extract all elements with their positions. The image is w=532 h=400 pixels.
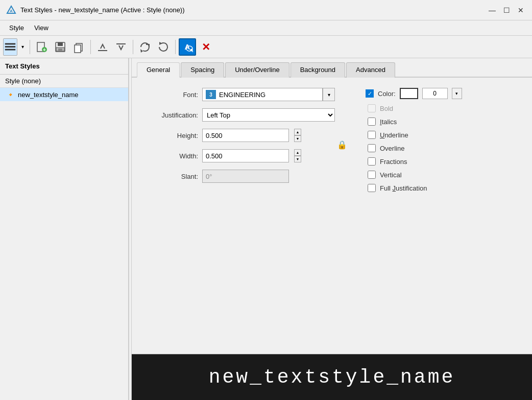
full-justification-checkbox[interactable] (368, 184, 376, 192)
text-style-button[interactable]: A (179, 38, 196, 56)
underline-checkbox[interactable] (368, 131, 376, 139)
slant-row: Slant: (147, 170, 335, 183)
tab-content-general: Font: 3 ENGINEERING ▾ Justification: (132, 78, 532, 354)
width-input[interactable]: 0.500 (202, 149, 289, 162)
save-button[interactable] (52, 38, 69, 56)
svg-rect-13 (75, 45, 81, 53)
underline-row: Underline (366, 131, 478, 139)
svg-line-21 (192, 51, 193, 52)
close-button[interactable]: ✕ (516, 5, 526, 15)
separator-3 (133, 40, 133, 54)
preview-text: new_textstyle_name (209, 366, 455, 388)
arrow-up-button[interactable] (94, 38, 111, 56)
overline-checkbox[interactable] (368, 144, 376, 152)
content-area: General Spacing Under/Overline Backgroun… (132, 58, 532, 400)
color-value: 0 (422, 88, 448, 99)
svg-point-20 (190, 49, 193, 51)
width-row: Width: 0.500 ▲ ▼ (147, 149, 335, 162)
titlebar: A Text Styles - new_textstyle_name (Acti… (0, 0, 532, 20)
arrow-down-button[interactable] (112, 38, 130, 56)
main-layout: Text Styles Style (none) 🔸 new_textstyle… (0, 58, 532, 400)
sidebar-header: Text Styles (0, 58, 128, 75)
overline-row: Overline (366, 144, 478, 152)
app-icon: A (6, 5, 16, 15)
height-input[interactable]: 0.500 (202, 129, 289, 142)
separator-4 (175, 40, 176, 54)
height-increment[interactable]: ▲ (294, 129, 301, 135)
svg-rect-9 (58, 42, 63, 46)
color-row: Color: 0 ▾ (366, 88, 478, 99)
color-checkbox[interactable] (366, 89, 374, 98)
width-spinners: ▲ ▼ (294, 149, 301, 162)
vertical-label: Vertical (380, 171, 402, 179)
font-brand-icon: 3 (206, 90, 216, 99)
form-left: Font: 3 ENGINEERING ▾ Justification: (147, 88, 335, 344)
refresh-button[interactable] (136, 38, 154, 56)
menu-style[interactable]: Style (4, 22, 29, 34)
vertical-row: Vertical (366, 171, 478, 179)
slant-label: Slant: (147, 173, 198, 180)
width-label: Width: (147, 152, 198, 160)
fractions-checkbox[interactable] (368, 157, 376, 166)
svg-text:+: + (43, 47, 46, 53)
full-justification-label: Full Justification (380, 184, 427, 192)
svg-rect-3 (5, 46, 15, 48)
italics-checkbox[interactable] (368, 117, 376, 126)
maximize-button[interactable]: ☐ (501, 5, 512, 15)
list-view-button[interactable] (3, 38, 17, 56)
bold-label: Bold (380, 105, 393, 112)
font-name: ENGINEERING (219, 91, 265, 99)
font-dropdown-button[interactable]: ▾ (323, 88, 335, 101)
tab-under-overline[interactable]: Under/Overline (225, 62, 289, 78)
font-selector[interactable]: 3 ENGINEERING ▾ (202, 88, 335, 101)
preview-bar: new_textstyle_name (132, 354, 532, 400)
tab-advanced[interactable]: Advanced (346, 62, 395, 78)
color-label: Color: (378, 90, 396, 98)
svg-rect-15 (116, 43, 126, 44)
bold-checkbox[interactable] (368, 104, 376, 112)
italics-row: Italics (366, 117, 478, 126)
font-preview: 3 ENGINEERING (202, 88, 323, 101)
tab-spacing[interactable]: Spacing (181, 62, 224, 78)
window-title: Text Styles - new_textstyle_name (Active… (20, 6, 487, 14)
sidebar: Text Styles Style (none) 🔸 new_textstyle… (0, 58, 129, 400)
svg-rect-11 (58, 49, 62, 51)
svg-text:A: A (10, 9, 13, 13)
justification-select[interactable]: Left Top Left Middle Left Bottom Center … (202, 108, 335, 122)
tab-background[interactable]: Background (291, 62, 345, 78)
svg-rect-14 (98, 50, 107, 51)
height-decrement[interactable]: ▼ (294, 135, 301, 142)
underline-label: Underline (380, 131, 408, 139)
color-swatch[interactable] (400, 88, 418, 99)
slant-input[interactable] (202, 170, 289, 183)
sidebar-style-none[interactable]: Style (none) (0, 75, 128, 88)
width-decrement[interactable]: ▼ (294, 156, 301, 162)
fractions-row: Fractions (366, 157, 478, 166)
new-button[interactable]: + (33, 38, 51, 56)
dropdown-button[interactable]: ▾ (18, 38, 27, 56)
sidebar-item-label: new_textstyle_name (18, 91, 79, 99)
italics-label: Italics (380, 118, 397, 126)
width-increment[interactable]: ▲ (294, 149, 301, 156)
reload-button[interactable] (155, 38, 172, 56)
sidebar-item-new-textstyle[interactable]: 🔸 new_textstyle_name (0, 88, 128, 101)
height-width-group: Height: 0.500 ▲ ▼ 🔒 Width: 0.500 (147, 129, 335, 162)
menubar: Style View (0, 20, 532, 36)
folder-icon: 🔸 (6, 90, 15, 99)
tab-general[interactable]: General (137, 62, 180, 78)
menu-view[interactable]: View (29, 22, 54, 34)
svg-rect-2 (5, 43, 15, 44)
font-row: Font: 3 ENGINEERING ▾ (147, 88, 335, 101)
separator-1 (30, 40, 30, 54)
minimize-button[interactable]: — (487, 5, 497, 15)
height-spinners: ▲ ▼ (294, 129, 301, 142)
svg-marker-16 (140, 49, 143, 53)
vertical-checkbox[interactable] (368, 171, 376, 179)
justification-row: Justification: Left Top Left Middle Left… (147, 108, 335, 122)
svg-rect-4 (5, 49, 15, 50)
copy-button[interactable] (70, 38, 87, 56)
overline-label: Overline (380, 145, 404, 152)
color-dropdown-button[interactable]: ▾ (452, 88, 462, 99)
height-row: Height: 0.500 ▲ ▼ (147, 129, 335, 142)
delete-button[interactable]: ✕ (197, 38, 214, 56)
